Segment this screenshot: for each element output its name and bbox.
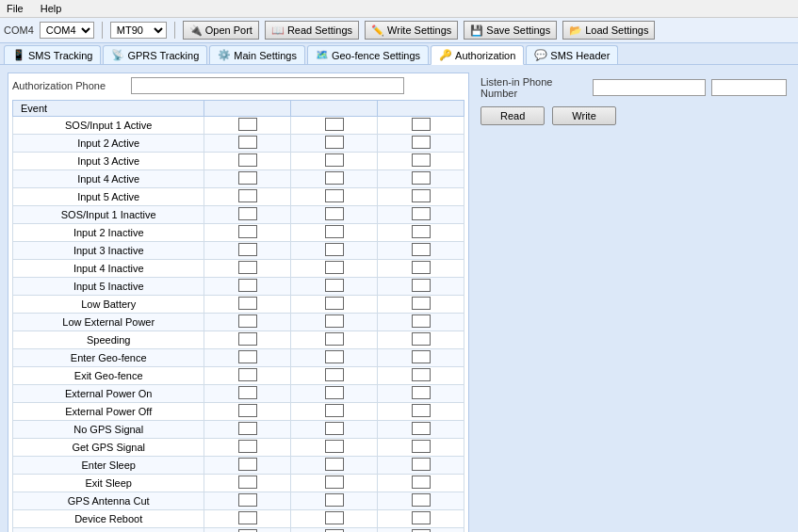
checkbox[interactable] [238,493,257,507]
event-check-col3[interactable] [378,117,464,135]
checkbox[interactable] [325,261,344,274]
event-check-col1[interactable] [204,331,291,349]
event-check-col3[interactable] [378,135,464,153]
checkbox[interactable] [412,243,431,256]
event-check-col1[interactable] [204,188,291,206]
checkbox[interactable] [412,404,431,417]
event-check-col2[interactable] [291,403,378,421]
event-check-col3[interactable] [378,242,464,260]
event-check-col3[interactable] [378,528,464,533]
checkbox[interactable] [412,136,431,149]
checkbox[interactable] [325,422,344,435]
checkbox[interactable] [238,476,257,489]
event-check-col1[interactable] [204,153,291,170]
checkbox[interactable] [238,422,257,435]
auth-phone-input[interactable] [131,77,404,94]
checkbox[interactable] [238,350,257,363]
event-check-col1[interactable] [204,117,291,135]
event-check-col3[interactable] [378,296,464,314]
event-check-col1[interactable] [204,385,291,403]
com-select[interactable]: COM4 [40,22,94,39]
event-check-col2[interactable] [291,439,378,457]
listen-in-input[interactable] [593,79,706,96]
event-check-col3[interactable] [378,331,464,349]
event-check-col1[interactable] [204,278,291,296]
event-check-col3[interactable] [378,421,464,439]
checkbox[interactable] [325,458,344,471]
event-check-col1[interactable] [204,510,291,528]
checkbox[interactable] [412,171,431,185]
checkbox[interactable] [412,386,431,399]
checkbox[interactable] [325,404,344,417]
event-check-col3[interactable] [378,314,464,331]
checkbox[interactable] [412,458,431,471]
checkbox[interactable] [412,314,431,328]
event-check-col1[interactable] [204,242,291,260]
checkbox[interactable] [412,297,431,310]
write-settings-button[interactable]: ✏️ Write Settings [365,21,458,40]
menu-file[interactable]: File [4,2,26,15]
event-check-col3[interactable] [378,403,464,421]
event-check-col3[interactable] [378,188,464,206]
checkbox[interactable] [238,118,257,131]
event-check-col2[interactable] [291,278,378,296]
checkbox[interactable] [325,136,344,149]
event-check-col3[interactable] [378,510,464,528]
event-check-col3[interactable] [378,475,464,492]
checkbox[interactable] [325,207,344,220]
event-check-col1[interactable] [204,170,291,188]
listen-in-extra-input[interactable] [711,79,787,96]
checkbox[interactable] [325,350,344,363]
event-check-col2[interactable] [291,421,378,439]
checkbox[interactable] [238,297,257,310]
checkbox[interactable] [325,440,344,453]
checkbox[interactable] [412,368,431,381]
event-check-col2[interactable] [291,170,378,188]
checkbox[interactable] [238,386,257,399]
checkbox[interactable] [238,189,257,202]
event-check-col2[interactable] [291,242,378,260]
event-check-col2[interactable] [291,314,378,331]
checkbox[interactable] [238,404,257,417]
event-check-col2[interactable] [291,135,378,153]
event-check-col1[interactable] [204,349,291,367]
event-check-col1[interactable] [204,206,291,224]
tab-gprs-tracking[interactable]: 📡 GPRS Tracking [103,45,207,64]
event-check-col1[interactable] [204,475,291,492]
checkbox[interactable] [325,297,344,310]
tab-sms-tracking[interactable]: 📱 SMS Tracking [4,45,101,64]
event-check-col2[interactable] [291,153,378,170]
checkbox[interactable] [238,261,257,274]
event-check-col2[interactable] [291,349,378,367]
event-check-col2[interactable] [291,117,378,135]
event-check-col3[interactable] [378,260,464,278]
event-check-col3[interactable] [378,153,464,170]
checkbox[interactable] [238,225,257,238]
event-check-col2[interactable] [291,385,378,403]
tab-geo-fence-settings[interactable]: 🗺️ Geo-fence Settings [307,45,429,64]
load-settings-button[interactable]: 📂 Load Settings [562,21,655,40]
event-check-col1[interactable] [204,421,291,439]
event-check-col3[interactable] [378,385,464,403]
checkbox[interactable] [238,458,257,471]
event-check-col2[interactable] [291,224,378,242]
save-settings-button[interactable]: 💾 Save Settings [464,21,557,40]
checkbox[interactable] [325,279,344,292]
event-check-col3[interactable] [378,278,464,296]
checkbox[interactable] [412,476,431,489]
event-check-col1[interactable] [204,135,291,153]
event-check-col1[interactable] [204,528,291,533]
read-settings-button[interactable]: 📖 Read Settings [265,21,359,40]
event-check-col1[interactable] [204,492,291,510]
event-check-col3[interactable] [378,349,464,367]
checkbox[interactable] [238,136,257,149]
checkbox[interactable] [325,314,344,328]
event-check-col2[interactable] [291,528,378,533]
write-button[interactable]: Write [552,106,615,125]
tab-authorization[interactable]: 🔑 Authorization [431,45,524,65]
event-check-col3[interactable] [378,492,464,510]
checkbox[interactable] [325,511,344,524]
checkbox[interactable] [238,153,257,167]
event-check-col3[interactable] [378,170,464,188]
checkbox[interactable] [238,332,257,346]
